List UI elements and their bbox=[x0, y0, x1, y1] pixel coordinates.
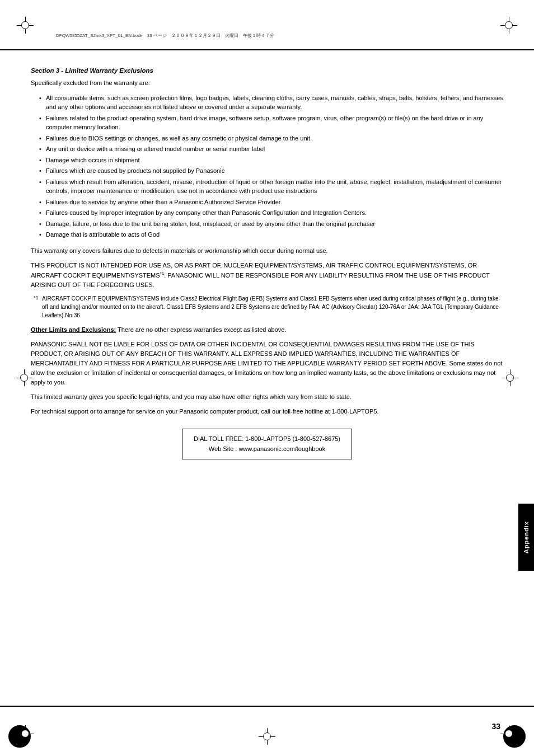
bottom-border-area: 33 bbox=[0, 706, 534, 756]
contact-box: DIAL TOLL FREE: 1-800-LAPTOP5 (1-800-527… bbox=[182, 429, 352, 459]
crosshair-circle-bl bbox=[21, 730, 29, 738]
list-item: Damage that is attributable to acts of G… bbox=[39, 230, 503, 240]
list-item: Damage which occurs in shipment bbox=[39, 156, 503, 165]
page-wrapper: DFQW5355ZAT_S2mk3_XPT_01_EN.book 33 ページ … bbox=[0, 0, 534, 756]
crosshair-tr bbox=[500, 17, 517, 34]
crosshair-bc bbox=[259, 728, 275, 745]
crosshair-circle-ml bbox=[20, 374, 28, 382]
exclusions-list: All consumable items; such as screen pro… bbox=[39, 93, 503, 240]
other-limits-para: Other Limits and Exclusions: There are n… bbox=[31, 325, 503, 335]
warranty-normal-use-para: This warranty only covers failures due t… bbox=[31, 246, 503, 256]
technical-support-para: For technical support or to arrange for … bbox=[31, 407, 503, 416]
crosshair-circle-mr bbox=[506, 374, 514, 382]
list-item: Failures which result from alteration, a… bbox=[39, 177, 503, 196]
crosshair-circle-tl bbox=[21, 21, 29, 29]
intro-text: Specifically excluded from the warranty … bbox=[31, 78, 503, 88]
contact-box-line2: Web Site : www.panasonic.com/toughbook bbox=[194, 444, 340, 454]
appendix-tab: Appendix bbox=[518, 504, 534, 571]
caps-warning-text: THIS PRODUCT IS NOT INTENDED FOR USE AS,… bbox=[31, 262, 490, 288]
footnote: *1 AIRCRAFT COCKPIT EQUIPMENT/SYSTEMS in… bbox=[31, 294, 503, 320]
other-limits-text: There are no other express warranties ex… bbox=[116, 326, 286, 333]
mid-crosshair-left bbox=[16, 369, 32, 386]
list-item: Failures related to the product operatin… bbox=[39, 114, 503, 132]
crosshair-tl bbox=[17, 17, 34, 34]
list-item: Failures which are caused by products no… bbox=[39, 166, 503, 176]
list-item: Failures due to service by anyone other … bbox=[39, 198, 503, 207]
content-area: Section 3 - Limited Warranty Exclusions … bbox=[31, 59, 503, 465]
list-item: Damage, failure, or loss due to the unit… bbox=[39, 219, 503, 229]
top-crosshair-right bbox=[500, 17, 517, 34]
legal-rights-para: This limited warranty gives you specific… bbox=[31, 392, 503, 402]
list-item: All consumable items; such as screen pro… bbox=[39, 93, 503, 112]
file-info-line: DFQW5355ZAT_S2mk3_XPT_01_EN.book 33 ページ … bbox=[56, 32, 274, 39]
list-item: Failures due to BIOS settings or changes… bbox=[39, 134, 503, 143]
caps-warning-para: THIS PRODUCT IS NOT INTENDED FOR USE AS,… bbox=[31, 261, 503, 290]
crosshair-circle-bc bbox=[263, 732, 271, 740]
top-crosshair-left bbox=[17, 17, 34, 34]
list-item: Any unit or device with a missing or alt… bbox=[39, 144, 503, 154]
contact-box-line1: DIAL TOLL FREE: 1-800-LAPTOP5 (1-800-527… bbox=[194, 434, 340, 444]
section-heading: Section 3 - Limited Warranty Exclusions bbox=[31, 67, 503, 74]
other-limits-label: Other Limits and Exclusions: bbox=[31, 326, 116, 333]
panasonic-liability-para: PANASONIC SHALL NOT BE LIABLE FOR LOSS O… bbox=[31, 340, 503, 387]
top-border-area: DFQW5355ZAT_S2mk3_XPT_01_EN.book 33 ページ … bbox=[0, 0, 534, 50]
crosshair-mr bbox=[502, 369, 518, 386]
crosshair-circle-br bbox=[505, 730, 513, 738]
bottom-crosshair-center bbox=[259, 728, 275, 745]
list-item: Failures caused by improper integration … bbox=[39, 208, 503, 218]
page-number: 33 bbox=[491, 722, 500, 731]
appendix-tab-label: Appendix bbox=[523, 521, 530, 553]
contact-box-wrapper: DIAL TOLL FREE: 1-800-LAPTOP5 (1-800-527… bbox=[31, 423, 503, 465]
mid-crosshair-right bbox=[502, 369, 518, 386]
crosshair-circle-tr bbox=[505, 21, 513, 29]
footnote-text: AIRCRAFT COCKPIT EQUIPMENT/SYSTEMS inclu… bbox=[42, 295, 500, 318]
crosshair-ml bbox=[16, 369, 32, 386]
footnote-marker: *1 bbox=[34, 294, 39, 302]
